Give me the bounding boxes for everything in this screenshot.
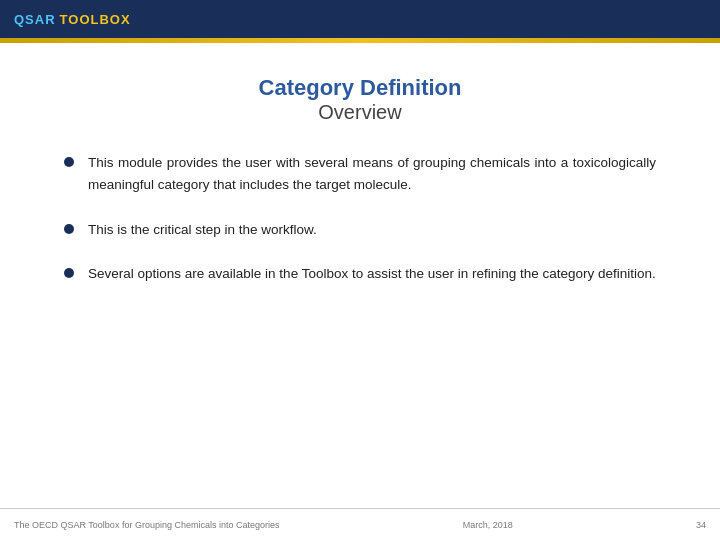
- bullet-item-2: This is the critical step in the workflo…: [64, 219, 656, 241]
- bullet-text-3: Several options are available in the Too…: [88, 263, 656, 285]
- footer-center-text: March, 2018: [463, 520, 513, 530]
- logo-toolbox: TOOLBOX: [60, 12, 131, 27]
- title-sub: Overview: [0, 101, 720, 124]
- bullet-dot-3: [64, 268, 74, 278]
- header-bar: QSAR TOOLBOX: [0, 0, 720, 38]
- title-section: Category Definition Overview: [0, 75, 720, 124]
- bullet-item-1: This module provides the user with sever…: [64, 152, 656, 197]
- footer-right-text: 34: [696, 520, 706, 530]
- bullet-dot-1: [64, 157, 74, 167]
- bullet-text-1: This module provides the user with sever…: [88, 152, 656, 197]
- bullet-text-2: This is the critical step in the workflo…: [88, 219, 317, 241]
- content-area: This module provides the user with sever…: [0, 152, 720, 285]
- logo-qsar: QSAR: [14, 12, 56, 27]
- bullet-dot-2: [64, 224, 74, 234]
- footer-left-text: The OECD QSAR Toolbox for Grouping Chemi…: [14, 520, 279, 530]
- title-main: Category Definition: [0, 75, 720, 101]
- footer: The OECD QSAR Toolbox for Grouping Chemi…: [0, 508, 720, 540]
- bullet-item-3: Several options are available in the Too…: [64, 263, 656, 285]
- slide: QSAR TOOLBOX Category Definition Overvie…: [0, 0, 720, 540]
- accent-line: [0, 38, 720, 43]
